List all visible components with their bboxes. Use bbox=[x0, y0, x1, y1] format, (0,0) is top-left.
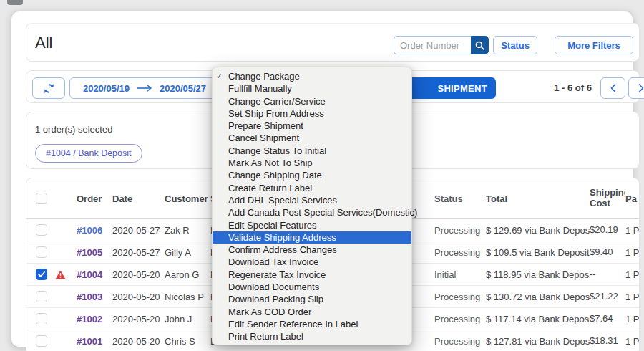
package-count: 1 P bbox=[625, 292, 640, 302]
order-total: $ 127.81 via Bank Deposit bbox=[486, 336, 590, 347]
menu-item[interactable]: Change Shipping Date bbox=[213, 169, 411, 181]
chevron-left-icon bbox=[610, 84, 616, 92]
order-link[interactable]: #1002 bbox=[77, 314, 102, 324]
next-page-button[interactable] bbox=[628, 77, 644, 99]
shipping-cost: -- bbox=[590, 269, 625, 280]
order-link[interactable]: #1006 bbox=[77, 225, 102, 236]
search-icon bbox=[475, 41, 484, 50]
column-header-package[interactable]: Pa bbox=[625, 193, 640, 204]
menu-item[interactable]: Add DHL Special Services bbox=[213, 194, 411, 206]
row-checkbox[interactable] bbox=[36, 335, 47, 347]
bulk-actions-menu: ✓ Change Package Fullfill Manually Chang… bbox=[212, 67, 412, 345]
menu-item[interactable]: Add Canada Post Special Services(Domesti… bbox=[213, 206, 411, 218]
menu-item[interactable]: Print Return Label bbox=[213, 330, 411, 342]
date-range-picker[interactable]: 2020/05/19 2020/05/27 bbox=[69, 77, 220, 99]
order-status: Processing bbox=[434, 314, 486, 324]
column-header-shipping-cost[interactable]: Shipping Cost bbox=[590, 188, 625, 209]
order-status: Initial bbox=[434, 269, 486, 280]
row-checkbox[interactable] bbox=[36, 224, 47, 236]
order-total: $ 117.14 via Bank Deposit bbox=[486, 314, 590, 324]
order-status: Processing bbox=[434, 292, 486, 302]
page-title: All bbox=[35, 34, 52, 52]
search-input[interactable] bbox=[394, 36, 471, 54]
order-link[interactable]: #1003 bbox=[77, 292, 102, 302]
menu-item[interactable]: Download Tax Invoice bbox=[213, 256, 411, 268]
column-header-status[interactable]: Status bbox=[434, 193, 486, 204]
customer-name: Gilly A bbox=[165, 247, 210, 258]
menu-item[interactable]: Prepare Shipment bbox=[213, 120, 411, 132]
menu-item[interactable]: Download Documents bbox=[213, 281, 411, 293]
checkmark-icon: ✓ bbox=[216, 70, 223, 82]
arrow-right-icon bbox=[137, 85, 152, 92]
screen-edge-artifact bbox=[7, 0, 23, 5]
order-date: 2020-05-27 bbox=[112, 247, 165, 258]
order-date: 2020-05-20 bbox=[112, 292, 165, 302]
order-search bbox=[394, 36, 489, 54]
menu-item[interactable]: Cancel Shipment bbox=[213, 132, 411, 144]
menu-item[interactable]: Set Ship From Address bbox=[213, 107, 411, 120]
pagination-label: 1 - 6 of 6 bbox=[527, 77, 592, 99]
order-status: Processing bbox=[434, 336, 486, 347]
column-header-customer[interactable]: Customer bbox=[165, 193, 210, 204]
package-count: 1 P bbox=[625, 247, 640, 258]
status-filter-button[interactable]: Status bbox=[493, 36, 537, 54]
row-checkbox-checked[interactable] bbox=[36, 269, 47, 280]
selected-order-chip[interactable]: #1004 / Bank Deposit bbox=[35, 144, 142, 163]
customer-name: Aaron G bbox=[165, 269, 210, 280]
order-link[interactable]: #1005 bbox=[77, 247, 102, 258]
more-filters-button[interactable]: More Filters bbox=[555, 36, 633, 54]
search-button[interactable] bbox=[471, 36, 489, 54]
menu-item[interactable]: Regenerate Tax Invoice bbox=[213, 269, 411, 281]
shipping-cost: $9.40 bbox=[590, 247, 625, 258]
order-link[interactable]: #1001 bbox=[77, 336, 102, 347]
select-all-checkbox[interactable] bbox=[36, 193, 47, 204]
package-count: 1 P bbox=[625, 225, 640, 236]
menu-item[interactable]: Change Carrier/Service bbox=[213, 95, 411, 107]
check-icon bbox=[38, 271, 45, 277]
order-total: $ 109.5 via Bank Deposit bbox=[486, 247, 590, 258]
order-date: 2020-05-20 bbox=[112, 269, 165, 280]
column-header-order[interactable]: Order bbox=[77, 193, 112, 204]
shipping-cost: $21.22 bbox=[590, 292, 625, 302]
column-header-total[interactable]: Total bbox=[486, 193, 590, 204]
order-link[interactable]: #1004 bbox=[77, 269, 102, 280]
package-count: 1 P bbox=[625, 336, 640, 347]
refresh-icon bbox=[44, 83, 54, 94]
shipping-cost: $7.64 bbox=[590, 314, 625, 324]
menu-item[interactable]: Create Return Label bbox=[213, 182, 411, 194]
row-checkbox[interactable] bbox=[36, 313, 47, 324]
column-header-date[interactable]: Date bbox=[112, 193, 165, 204]
shipping-cost: $18.31 bbox=[590, 336, 625, 347]
order-total: $ 118.95 via Bank Deposit bbox=[486, 269, 590, 280]
date-to: 2020/05/27 bbox=[160, 83, 206, 94]
warning-icon bbox=[55, 270, 66, 279]
refresh-button[interactable] bbox=[32, 77, 65, 99]
row-checkbox[interactable] bbox=[36, 291, 47, 302]
order-date: 2020-05-27 bbox=[112, 225, 165, 236]
row-checkbox[interactable] bbox=[36, 246, 47, 258]
menu-item[interactable]: Fullfill Manually bbox=[213, 82, 411, 95]
menu-item[interactable]: Confirm Address Changes bbox=[213, 244, 411, 256]
shipping-cost: $20.19 bbox=[590, 225, 625, 236]
menu-item[interactable]: Mark As COD Order bbox=[213, 306, 411, 318]
previous-page-button[interactable] bbox=[600, 77, 625, 99]
order-date: 2020-05-20 bbox=[112, 314, 165, 324]
menu-item[interactable]: ✓ Change Package bbox=[213, 70, 411, 82]
customer-name: Zak R bbox=[165, 225, 210, 236]
menu-item[interactable]: Edit Sender Reference In Label bbox=[213, 318, 411, 330]
package-count: 1 P bbox=[625, 269, 640, 280]
menu-item[interactable]: Mark As Not To Ship bbox=[213, 157, 411, 169]
customer-name: John J bbox=[165, 314, 210, 324]
order-total: $ 129.69 via Bank Deposit bbox=[486, 225, 590, 236]
menu-item-highlighted[interactable]: Validate Shipping Address bbox=[213, 231, 411, 244]
order-status: Processing bbox=[434, 247, 486, 258]
chevron-right-icon bbox=[638, 84, 644, 92]
order-total: $ 130.72 via Bank Deposit bbox=[486, 292, 590, 302]
menu-item[interactable]: Change Status To Initial bbox=[213, 145, 411, 157]
menu-item[interactable]: Edit Special Features bbox=[213, 219, 411, 231]
package-count: 1 P bbox=[625, 314, 640, 324]
header-panel: All Status More Filters bbox=[26, 23, 640, 62]
menu-item[interactable]: Download Packing Slip bbox=[213, 293, 411, 305]
selection-summary: 1 order(s) selected bbox=[35, 124, 112, 135]
customer-name: Chris S bbox=[165, 336, 210, 347]
